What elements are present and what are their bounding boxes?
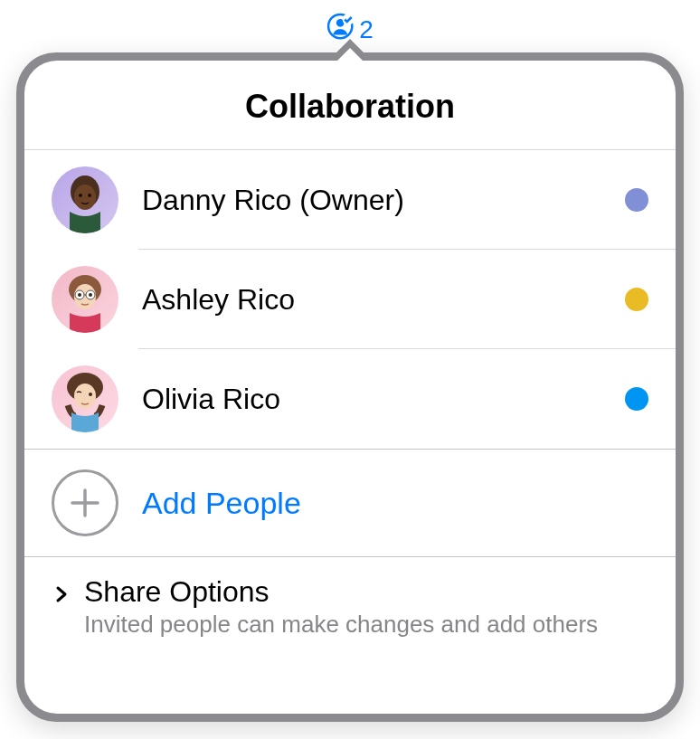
- collaboration-badge[interactable]: 2: [326, 13, 374, 46]
- avatar: [52, 365, 118, 432]
- status-dot: [625, 288, 648, 311]
- plus-icon: [52, 469, 118, 536]
- avatar: [52, 266, 118, 333]
- share-options-title: Share Options: [84, 575, 648, 609]
- svg-point-6: [88, 194, 91, 197]
- svg-point-4: [74, 185, 96, 210]
- add-people-label: Add People: [142, 486, 301, 521]
- svg-point-12: [89, 293, 92, 297]
- person-name: Olivia Rico: [142, 383, 625, 416]
- person-name: Danny Rico (Owner): [142, 184, 625, 217]
- svg-point-5: [79, 194, 82, 197]
- share-options-button[interactable]: Share Options Invited people can make ch…: [24, 557, 676, 660]
- popover-title: Collaboration: [24, 61, 676, 150]
- share-options-content: Share Options Invited people can make ch…: [84, 575, 648, 639]
- popover-content: Collaboration Danny Rico (Owner): [24, 61, 676, 714]
- svg-point-16: [89, 393, 92, 396]
- collaboration-badge-count: 2: [359, 15, 374, 44]
- add-people-button[interactable]: Add People: [24, 450, 676, 556]
- person-check-icon: [326, 13, 354, 46]
- person-row[interactable]: Olivia Rico: [24, 349, 676, 449]
- person-row-owner[interactable]: Danny Rico (Owner): [24, 150, 676, 250]
- person-name: Ashley Rico: [142, 283, 625, 317]
- collaboration-popover: Collaboration Danny Rico (Owner): [16, 52, 684, 722]
- status-dot: [625, 188, 648, 212]
- avatar: [52, 166, 118, 233]
- status-dot: [625, 387, 648, 411]
- svg-point-11: [78, 293, 81, 297]
- svg-point-15: [74, 384, 96, 409]
- chevron-right-icon: [52, 584, 71, 604]
- person-row[interactable]: Ashley Rico: [24, 250, 676, 349]
- people-list: Danny Rico (Owner): [24, 150, 676, 449]
- share-options-subtitle: Invited people can make changes and add …: [84, 611, 648, 639]
